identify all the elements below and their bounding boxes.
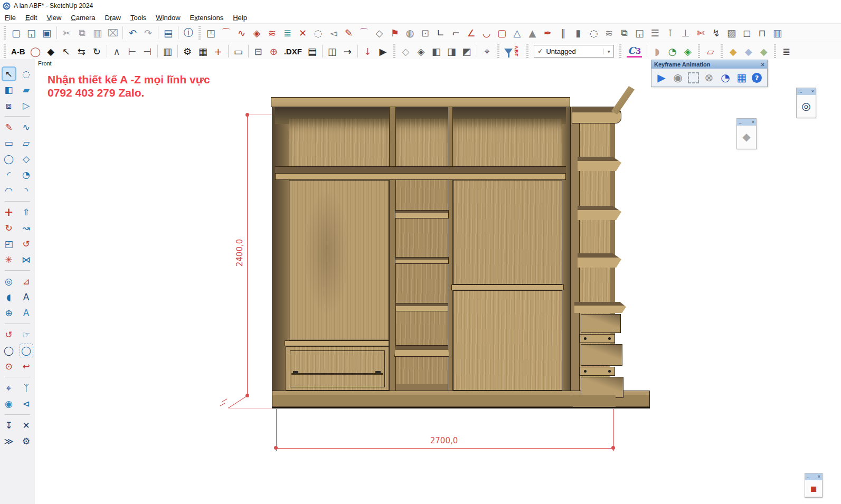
rotate-tool-icon[interactable]: ↻ (2, 221, 16, 235)
screw-plugin-icon[interactable]: ⊺ (663, 25, 678, 40)
export-arrow-icon[interactable]: → (340, 44, 355, 59)
kf-record-icon[interactable]: ◉ (672, 71, 684, 84)
corner-a-plugin-icon[interactable]: ∟ (433, 25, 448, 40)
bag-tool-icon[interactable]: ◔ (665, 44, 680, 59)
download-arrow-icon[interactable]: ↓ (360, 44, 375, 59)
copy-icon[interactable]: ⧉ (74, 25, 90, 40)
pipe-bend-plugin-icon[interactable]: ⌒ (356, 25, 372, 40)
layers-multi-plugin-icon[interactable]: ≣ (280, 25, 295, 40)
rotated-rectangle-tool-icon[interactable]: ▱ (19, 136, 34, 150)
line-tool-icon[interactable]: ✎ (2, 120, 16, 135)
cube-blue-icon[interactable]: ◆ (741, 44, 756, 59)
panel-grid-plugin-icon[interactable]: ▥ (770, 25, 785, 40)
prism-edge-plugin-icon[interactable]: △ (509, 25, 525, 40)
abf-import-tool-icon[interactable]: ↧ (2, 418, 16, 433)
view-front-icon[interactable]: ◨ (444, 44, 459, 59)
blade-cut-plugin-icon[interactable]: ✄ (693, 25, 708, 40)
view-xray-icon[interactable]: ◈ (413, 44, 429, 59)
offset-tool-icon[interactable]: ↺ (19, 236, 34, 251)
view-orbit-icon[interactable]: ◎ (801, 100, 810, 112)
red-tool-icon[interactable]: ▪ (810, 482, 817, 495)
box-bend-plugin-icon[interactable]: ▢ (494, 25, 509, 40)
columns-layout-icon[interactable]: ▥ (160, 44, 175, 59)
layers-red-plugin-icon[interactable]: ≋ (264, 25, 280, 40)
c3-plugin-icon[interactable]: C3 (627, 45, 642, 58)
spiral-stairs-plugin-icon[interactable]: ≋ (601, 25, 617, 40)
print-sheet-icon[interactable]: ▤ (305, 44, 320, 59)
menu-draw[interactable]: Draw (100, 13, 126, 23)
column-cap-plugin-icon[interactable]: ⊥ (678, 25, 693, 40)
menu-tools[interactable]: Tools (126, 13, 151, 23)
select-tool-icon[interactable]: ↖ (2, 66, 16, 81)
open-folder-icon[interactable]: ◱ (24, 25, 39, 40)
new-file-icon[interactable]: ▢ (8, 25, 24, 40)
close-icon[interactable]: × (752, 120, 754, 125)
cube-yellow-icon[interactable]: ◆ (725, 44, 741, 59)
gray-polygon-icon[interactable]: ◆ (742, 130, 750, 143)
shape-palette-titlebar[interactable]: ...× (737, 119, 756, 126)
play-button-icon[interactable]: ▶ (375, 44, 391, 59)
blob-outline-plugin-icon[interactable]: ◌ (310, 25, 326, 40)
undo-icon[interactable]: ↶ (125, 25, 140, 40)
menu-camera[interactable]: Camera (66, 13, 100, 23)
paint-bucket-icon[interactable]: ◧ (2, 82, 16, 97)
prism-plugin-icon[interactable]: ◅ (326, 25, 341, 40)
kf-cancel-icon[interactable]: ⊗ (703, 71, 715, 84)
scale-tool-icon[interactable]: ◰ (2, 236, 16, 251)
kf-help-icon[interactable]: ? (752, 73, 762, 83)
doorframe-plugin-icon[interactable]: ⊓ (754, 25, 770, 40)
menu-edit[interactable]: Edit (21, 13, 42, 23)
axes-tool-icon[interactable]: ✳ (2, 252, 16, 267)
panel-join-left-icon[interactable]: ⊢ (125, 44, 140, 59)
section-view-tool-icon[interactable]: ⊲ (19, 396, 34, 411)
keyframe-palette-titlebar[interactable]: Keyframe Animation × (651, 60, 767, 69)
dxf-export-label[interactable]: .DXF (281, 47, 305, 56)
mini-columns-plugin-icon[interactable]: ∥ (555, 25, 571, 40)
eraser-tool-icon[interactable]: ▰ (19, 82, 34, 97)
ink-pen-plugin-icon[interactable]: ✒ (540, 25, 555, 40)
fold-panel-plugin-icon[interactable]: ⧉ (617, 25, 632, 40)
close-icon[interactable]: × (818, 474, 820, 479)
delete-icon[interactable]: ⌧ (105, 25, 120, 40)
move-tool-icon[interactable]: + (2, 205, 16, 220)
two-panels-icon[interactable]: ⊟ (251, 44, 266, 59)
unfold-plugin-icon[interactable]: ◈ (249, 25, 264, 40)
tag-filter-dropdown[interactable]: ✓Untagged▾ (534, 45, 614, 58)
abf-settings-tool-icon[interactable]: ⚙ (19, 434, 34, 449)
arc-2pt-tool-icon[interactable]: ◜ (2, 167, 16, 182)
ab-classifier-label[interactable]: A-B (8, 47, 28, 56)
shell-curve-plugin-icon[interactable]: ◡ (479, 25, 494, 40)
position-camera-tool-icon[interactable]: ⌖ (2, 381, 16, 395)
shelf-rack-plugin-icon[interactable]: ☰ (647, 25, 663, 40)
menu-help[interactable]: Help (228, 13, 252, 23)
menu-file[interactable]: File (0, 13, 21, 23)
component-tool-icon[interactable]: ⧈ (2, 98, 16, 113)
flag-plane-plugin-icon[interactable]: ⚑ (387, 25, 402, 40)
arc-3pt-tool-icon[interactable]: ◠ (2, 183, 16, 198)
layer-stack-s-icon[interactable]: ≣ (779, 44, 794, 59)
cut-icon[interactable]: ✂ (59, 25, 74, 40)
chevron-down-icon[interactable]: ▾ (603, 49, 613, 54)
tape-measure-tool-icon[interactable]: ◎ (2, 274, 16, 289)
flip-tool-icon[interactable]: ⋈ (19, 252, 34, 267)
text-3d-tool-icon[interactable]: A (19, 306, 34, 320)
push-pull-tool-icon[interactable]: ⇧ (19, 205, 34, 220)
flip-mirror-icon[interactable]: ⇆ (74, 44, 89, 59)
ramp-plugin-icon[interactable]: ▨ (724, 25, 739, 40)
freehand-tool-icon[interactable]: ∿ (19, 120, 34, 135)
center-target-icon[interactable]: ⊕ (266, 44, 281, 59)
rectangle-tool-icon[interactable]: ▭ (2, 136, 16, 150)
close-icon[interactable]: × (761, 61, 764, 68)
arc-add-plugin-icon[interactable]: ⌒ (219, 25, 234, 40)
kf-marquee-icon[interactable] (688, 72, 699, 83)
abf-funnel-icon[interactable]: ABF (504, 43, 522, 59)
tag-tool-icon[interactable]: ▷ (19, 98, 34, 113)
kf-play-icon[interactable]: ▶ (655, 71, 668, 84)
path-nodes-plugin-icon[interactable]: ∿ (234, 25, 249, 40)
more-dots-icon[interactable]: ... (798, 89, 802, 94)
redo-icon[interactable]: ↷ (140, 25, 156, 40)
previous-view-tool-icon[interactable]: ↩ (19, 359, 34, 374)
orbit-palette-titlebar[interactable]: ...× (797, 88, 816, 95)
ab-axes-tool-icon[interactable]: ⊕ (2, 306, 16, 320)
fold-book-icon[interactable]: ∧ (109, 44, 125, 59)
